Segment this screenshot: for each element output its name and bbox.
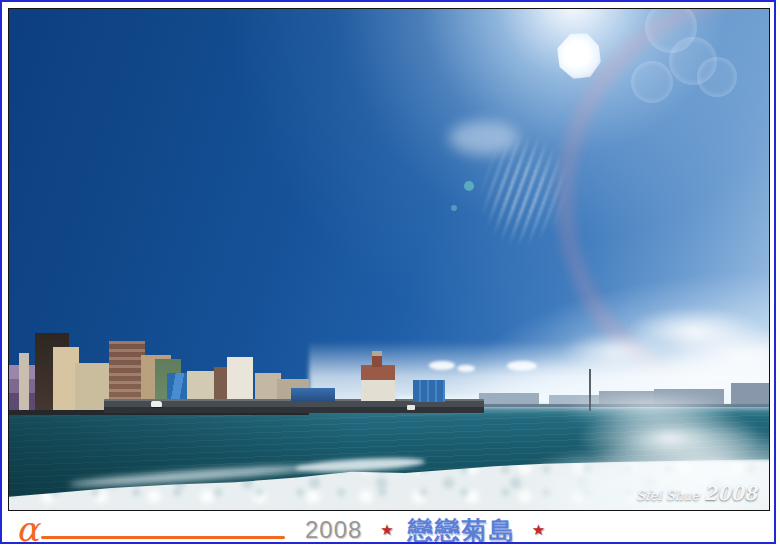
building [19, 353, 29, 411]
boat [407, 405, 415, 410]
caption-rule [41, 536, 285, 539]
framed-photo-card: Sfei Shue2008 α 2008 ★ 戀戀菊島 ★ [0, 0, 776, 544]
star-icon: ★ [380, 521, 393, 539]
star-icon: ★ [532, 521, 545, 539]
signature-name: Sfei Shue [636, 488, 699, 503]
cloud-puff [429, 361, 455, 370]
signature-year: 2008 [704, 482, 757, 504]
caption-bar: α 2008 ★ 戀戀菊島 ★ [8, 514, 768, 544]
harbor-silos [413, 380, 445, 402]
caption-title: 戀戀菊島 [408, 514, 516, 545]
alpha-glyph: α [16, 516, 39, 543]
boat [151, 401, 162, 407]
harbor-control-building [361, 365, 395, 401]
cloud-puff [507, 361, 537, 371]
caption-year: 2008 [305, 516, 362, 544]
lens-flare-bokeh [697, 57, 737, 97]
pier-warehouse [291, 388, 335, 401]
cirrus-cloud [449, 97, 601, 269]
photographer-signature: Sfei Shue2008 [636, 482, 757, 504]
cloud-puff [457, 365, 475, 372]
photo: Sfei Shue2008 [8, 8, 770, 511]
lens-flare-bokeh [631, 61, 673, 103]
wake-spray-mist [529, 379, 769, 429]
